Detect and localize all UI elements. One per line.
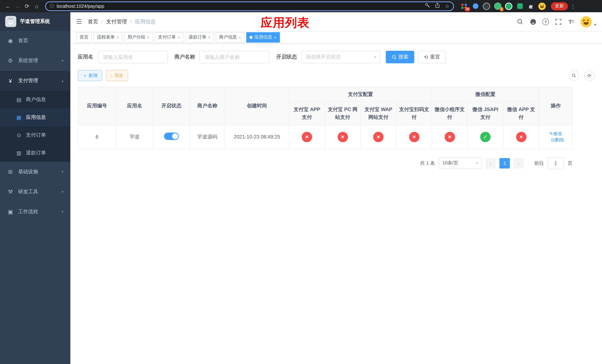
close-icon[interactable]: × [208,35,211,39]
address-bar[interactable]: ⓘ localhost:1024/pay/app ☆ [45,1,454,11]
url-text[interactable]: localhost:1024/pay/app [57,3,422,9]
search-icon[interactable] [516,18,524,25]
fullscreen-icon[interactable] [555,18,562,25]
status-select[interactable]: 请选择开启状态 ▾ [301,51,381,63]
sidebar-item-pay-orders[interactable]: ⊙ 支付订单 [0,126,70,144]
password-key-icon[interactable] [425,3,430,10]
tab-refund-orders[interactable]: 退款订单 × [185,32,214,43]
reset-icon: ⟲ [424,54,428,60]
green-square-extension-icon[interactable] [516,2,524,10]
yen-icon: ¥ [7,78,14,84]
delete-link[interactable]: ⊟删除 [551,137,564,143]
chevron-down-icon: ▾ [62,190,63,194]
pagination: 共 1 条 10条/页 ▾ ‹ 1 › 前往 页 [78,157,572,169]
refresh-button[interactable]: ⟳ [584,70,595,81]
col-app-id: 应用编号 [78,87,116,125]
status-cross-icon: × [373,132,384,142]
search-button[interactable]: 搜索 [386,51,414,63]
tab-pay-orders[interactable]: 支付订单 × [155,32,183,43]
sidebar-item-infrastructure[interactable]: ⊞ 基础设施 ▾ [0,162,70,182]
sidebar-item-label: 工作流程 [18,208,38,215]
profile-avatar-icon[interactable] [538,2,546,10]
tab-merchant-info[interactable]: 商户信息 × [216,32,245,43]
sidebar-fold-icon[interactable]: ☰ [76,18,82,26]
col-app-name: 应用名 [116,87,153,125]
tab-home[interactable]: 首页 [76,32,92,43]
col-wx-app: 微信 APP 支付 [503,102,539,125]
browser-menu-icon[interactable]: ⋮ [570,3,576,9]
toggle-search-button[interactable] [569,70,579,81]
breadcrumb-payment[interactable]: 支付管理 [106,18,127,25]
table-row: 6 芋道 芋道源码 2021-10-23 08:49:25 × × × × × … [78,125,573,149]
search-button-label: 搜索 [398,54,408,60]
page-number-button[interactable]: 1 [499,158,510,169]
avatar-caret-icon[interactable]: ▾ [594,22,596,27]
export-button-label: 导出 [114,72,123,79]
status-cross-icon: × [302,132,312,142]
site-info-icon[interactable]: ⓘ [50,3,54,9]
close-icon[interactable]: × [147,35,150,39]
app-name-input[interactable] [98,51,168,63]
breadcrumb-home[interactable]: 首页 [88,18,98,25]
sidebar-item-merchant-info[interactable]: ▤ 商户信息 [0,91,70,108]
sidebar-item-label: 退款订单 [26,150,46,156]
col-wx-jsapi: 微信 JSAPI 支付 [467,102,503,125]
page-size-select[interactable]: 10条/页 ▾ [439,158,482,169]
sidebar-item-workflow[interactable]: ▣ 工作流程 ▾ [0,202,70,222]
dark-extension-icon[interactable] [483,2,490,10]
add-button-label: 新增 [88,72,97,79]
sidebar-item-dev-tools[interactable]: ⚒ 研发工具 ▾ [0,182,70,202]
apps-grid-icon[interactable]: 10 [461,2,468,10]
chevron-down-icon: ▾ [476,161,478,166]
add-button[interactable]: ＋ 新增 [78,70,102,81]
browser-back-button[interactable]: ← [3,1,13,11]
bookmark-star-icon[interactable]: ☆ [445,3,450,9]
tab-app-info[interactable]: 应用信息 × [246,32,280,43]
status-cross-icon: × [409,132,419,142]
goto-page-input[interactable] [548,157,564,169]
browser-forward-button[interactable]: → [13,1,22,11]
tab-label: 流程表单 [97,34,115,40]
sidebar-logo-row[interactable]: 芋道管理系统 [0,12,70,31]
puzzle-extensions-icon[interactable] [527,2,535,10]
browser-update-button[interactable]: 更新 [551,2,568,10]
merchant-name-input[interactable] [200,51,269,63]
sidebar-item-system[interactable]: ⚙ 系统管理 ▾ [0,51,70,71]
status-label: 开启状态 [276,54,297,60]
blue-extension-icon[interactable] [472,2,479,10]
col-wx-mini: 微信小程序支付 [432,102,467,125]
col-alipay-app: 支付宝 APP 支付 [289,102,325,125]
share-icon[interactable] [435,3,441,10]
next-page-button[interactable]: › [514,158,524,169]
github-icon[interactable] [529,18,537,25]
reset-button[interactable]: ⟲ 重置 [418,51,446,63]
sidebar-item-home[interactable]: ◉ 首页 [0,31,70,51]
edit-link[interactable]: ✎修改 [549,131,562,136]
sidebar-item-payment[interactable]: ¥ 支付管理 ▴ [0,71,70,91]
help-icon[interactable]: ? [542,18,549,25]
tab-process-form[interactable]: 流程表单 × [94,32,122,43]
sidebar-item-refund-orders[interactable]: ▥ 退款订单 [0,144,70,162]
avatar-extension-icon[interactable]: 1 [494,2,501,10]
close-icon[interactable]: × [274,35,276,39]
sidebar-item-label: 商户信息 [26,96,46,103]
status-select-placeholder: 请选择开启状态 [306,54,341,60]
prev-page-button[interactable]: ‹ [485,158,496,169]
breadcrumb-current: 应用信息 [135,18,156,25]
green-circle-extension-icon[interactable] [505,2,512,10]
close-icon[interactable]: × [117,35,119,39]
font-size-icon[interactable]: TT [568,18,575,25]
user-avatar[interactable] [580,16,592,27]
export-button[interactable]: ↓ 导出 [106,70,128,81]
sidebar-item-label: 系统管理 [18,57,38,64]
sidebar-item-label: 支付订单 [26,132,46,139]
browser-home-button[interactable]: ⌂ [32,1,42,11]
close-icon[interactable]: × [178,35,180,39]
tab-label: 支付订单 [158,34,176,40]
close-icon[interactable]: × [239,35,241,39]
browser-reload-button[interactable]: ⟳ [22,1,32,11]
tab-user-group[interactable]: 用户分组 × [124,32,153,43]
tab-label: 应用信息 [254,34,272,40]
sidebar-item-app-info[interactable]: ▦ 应用信息 [0,108,70,126]
status-toggle[interactable] [164,133,179,140]
